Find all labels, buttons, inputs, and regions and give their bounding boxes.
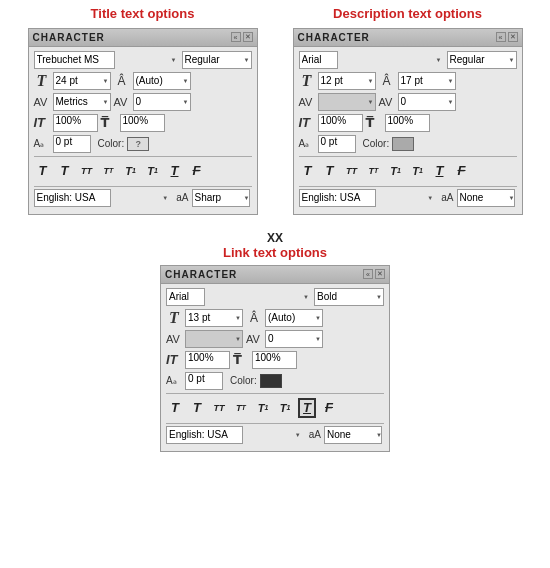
kerning-select[interactable]: Metrics	[53, 93, 111, 111]
desc-language-row: English: USA aA None	[299, 189, 517, 207]
close-icon[interactable]: ✕	[243, 32, 253, 42]
link-language-select[interactable]: English: USA	[166, 426, 243, 444]
link-faux-italic-btn[interactable]: T	[188, 398, 206, 418]
desc-leading-icon: Â	[379, 74, 395, 88]
link-section: XX Link text options CHARACTER « ✕ Arial	[0, 227, 550, 452]
link-underline-btn[interactable]: T	[298, 398, 316, 418]
desc-font-style-select[interactable]: Regular	[447, 51, 517, 69]
title-section: Title text options CHARACTER « ✕	[28, 6, 258, 215]
aa-label-title: aA	[176, 192, 188, 203]
desc-scale-h-field: 100%	[318, 114, 363, 132]
desc-section: Description text options CHARACTER « ✕	[293, 6, 523, 215]
link-scale-v-icon: T̅	[233, 352, 249, 367]
link-faux-bold-btn[interactable]: T	[166, 398, 184, 418]
aa-wrapper: Sharp	[192, 189, 252, 207]
link-superscript-btn[interactable]: T1	[254, 398, 272, 418]
desc-close-icon[interactable]: ✕	[508, 32, 518, 42]
xx-label: XX	[267, 231, 283, 245]
desc-baseline-field: 0 pt	[318, 135, 356, 153]
desc-tracking-select[interactable]: 0	[398, 93, 456, 111]
link-baseline-color-row: Aₐ 0 pt Color:	[166, 372, 384, 390]
kerning-icon: AV	[34, 96, 50, 108]
link-aa-label: aA	[309, 429, 321, 440]
link-font-size-select[interactable]: 13 pt	[185, 309, 243, 327]
link-strikethrough-btn[interactable]: F	[320, 398, 338, 418]
scale-row: IT 100% T̅ 100%	[34, 114, 252, 132]
tracking-wrapper: 0	[133, 93, 191, 111]
link-panel-titlebar: CHARACTER « ✕	[161, 266, 389, 284]
desc-underline-btn[interactable]: T	[431, 161, 449, 181]
desc-subscript-btn[interactable]: T1	[409, 161, 427, 181]
link-size-leading-row: T 13 pt Â (Auto)	[166, 309, 384, 327]
desc-superscript-btn[interactable]: T1	[387, 161, 405, 181]
font-size-icon: T	[34, 72, 50, 90]
underline-btn[interactable]: T	[166, 161, 184, 181]
scale-v-icon: T̅	[101, 115, 117, 130]
link-baseline-field: 0 pt	[185, 372, 223, 390]
aa-select[interactable]: Sharp	[192, 189, 250, 207]
color-swatch-title[interactable]: ?	[127, 137, 149, 151]
link-language-wrapper: English: USA	[166, 426, 303, 444]
link-font-size-icon: T	[166, 309, 182, 327]
desc-font-name-select[interactable]: Arial	[299, 51, 338, 69]
collapse-icon[interactable]: «	[231, 32, 241, 42]
desc-all-caps-btn[interactable]: TT	[343, 161, 361, 181]
desc-strikethrough-btn[interactable]: F	[453, 161, 471, 181]
link-collapse-icon[interactable]: «	[363, 269, 373, 279]
desc-tracking-icon: AV	[379, 96, 395, 108]
tracking-select[interactable]: 0	[133, 93, 191, 111]
link-leading-select[interactable]: (Auto)	[265, 309, 323, 327]
font-size-select[interactable]: 24 pt	[53, 72, 111, 90]
desc-type-style-row: T T TT TT T1 T1 T F	[299, 159, 517, 183]
strikethrough-btn[interactable]: F	[188, 161, 206, 181]
desc-small-caps-btn[interactable]: TT	[365, 161, 383, 181]
language-select[interactable]: English: USA	[34, 189, 111, 207]
desc-font-size-select[interactable]: 12 pt	[318, 72, 376, 90]
faux-italic-btn[interactable]: T	[56, 161, 74, 181]
desc-kerning-select[interactable]	[318, 93, 376, 111]
link-subscript-btn[interactable]: T1	[276, 398, 294, 418]
superscript-btn[interactable]: T1	[122, 161, 140, 181]
desc-leading-select[interactable]: 17 pt	[398, 72, 456, 90]
desc-color-swatch[interactable]	[392, 137, 414, 151]
small-caps-btn[interactable]: TT	[100, 161, 118, 181]
link-leading-icon: Â	[246, 311, 262, 325]
link-small-caps-btn[interactable]: TT	[232, 398, 250, 418]
link-font-name-select[interactable]: Arial	[166, 288, 205, 306]
link-aa-select[interactable]: None	[324, 426, 382, 444]
leading-select[interactable]: (Auto)	[133, 72, 191, 90]
faux-bold-btn[interactable]: T	[34, 161, 52, 181]
link-tracking-select[interactable]: 0	[265, 330, 323, 348]
font-style-select[interactable]: Regular	[182, 51, 252, 69]
size-leading-row: T 24 pt Â (Auto)	[34, 72, 252, 90]
link-color-swatch[interactable]	[260, 374, 282, 388]
desc-scale-v-field: 100%	[385, 114, 430, 132]
font-name-select[interactable]: Trebuchet MS	[34, 51, 115, 69]
link-kerning-select[interactable]	[185, 330, 243, 348]
language-wrapper: English: USA	[34, 189, 171, 207]
subscript-btn[interactable]: T1	[144, 161, 162, 181]
link-section-label: Link text options	[223, 245, 327, 260]
link-kerning-wrapper	[185, 330, 243, 348]
desc-kerning-icon: AV	[299, 96, 315, 108]
desc-faux-bold-btn[interactable]: T	[299, 161, 317, 181]
desc-faux-italic-btn[interactable]: T	[321, 161, 339, 181]
all-caps-btn[interactable]: TT	[78, 161, 96, 181]
desc-font-size-icon: T	[299, 72, 315, 90]
desc-collapse-icon[interactable]: «	[496, 32, 506, 42]
link-font-style-select[interactable]: Bold	[314, 288, 384, 306]
link-leading-wrapper: (Auto)	[265, 309, 323, 327]
titlebar-controls: « ✕	[231, 32, 253, 42]
scale-h-field: 100%	[53, 114, 98, 132]
desc-aa-select[interactable]: None	[457, 189, 515, 207]
desc-section-label: Description text options	[333, 6, 482, 23]
link-tracking-wrapper: 0	[265, 330, 323, 348]
link-scale-h-icon: IT	[166, 352, 182, 367]
desc-color-label: Color:	[363, 138, 390, 149]
link-all-caps-btn[interactable]: TT	[210, 398, 228, 418]
kerning-wrapper: Metrics	[53, 93, 111, 111]
font-name-wrapper: Trebuchet MS	[34, 51, 179, 69]
link-baseline-icon: Aₐ	[166, 375, 182, 386]
link-close-icon[interactable]: ✕	[375, 269, 385, 279]
desc-language-select[interactable]: English: USA	[299, 189, 376, 207]
